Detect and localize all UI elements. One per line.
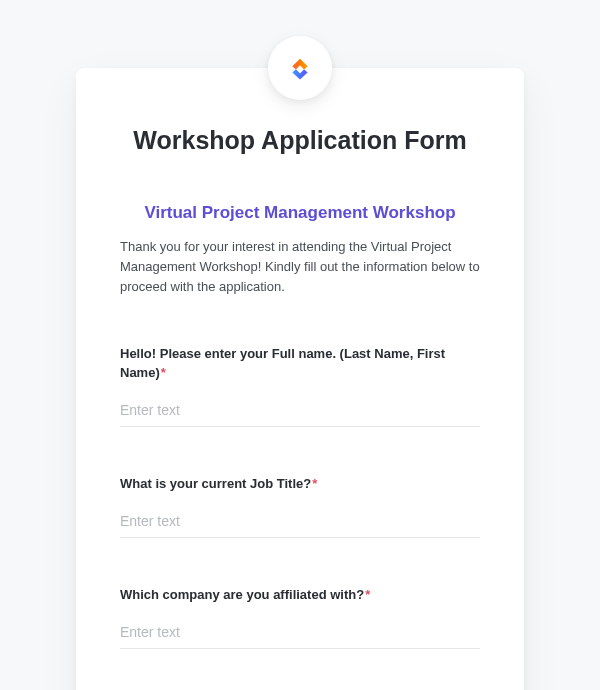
form-card: Workshop Application Form Virtual Projec…	[76, 68, 524, 690]
full-name-label: Hello! Please enter your Full name. (Las…	[120, 345, 480, 381]
brand-logo	[268, 36, 332, 100]
company-label: Which company are you affiliated with?*	[120, 586, 480, 604]
label-text: What is your current Job Title?	[120, 476, 311, 491]
full-name-input[interactable]	[120, 392, 480, 427]
job-title-input[interactable]	[120, 503, 480, 538]
label-text: Hello! Please enter your Full name. (Las…	[120, 346, 445, 379]
job-title-label: What is your current Job Title?*	[120, 475, 480, 493]
required-marker: *	[365, 587, 370, 602]
intro-text: Thank you for your interest in attending…	[120, 237, 480, 297]
label-text: Which company are you affiliated with?	[120, 587, 364, 602]
company-input[interactable]	[120, 614, 480, 649]
required-marker: *	[161, 365, 166, 380]
clickup-icon	[283, 51, 317, 85]
field-company: Which company are you affiliated with?*	[120, 586, 480, 649]
page-title: Workshop Application Form	[120, 126, 480, 155]
field-job-title: What is your current Job Title?*	[120, 475, 480, 538]
required-marker: *	[312, 476, 317, 491]
form-subtitle: Virtual Project Management Workshop	[120, 203, 480, 223]
field-full-name: Hello! Please enter your Full name. (Las…	[120, 345, 480, 426]
